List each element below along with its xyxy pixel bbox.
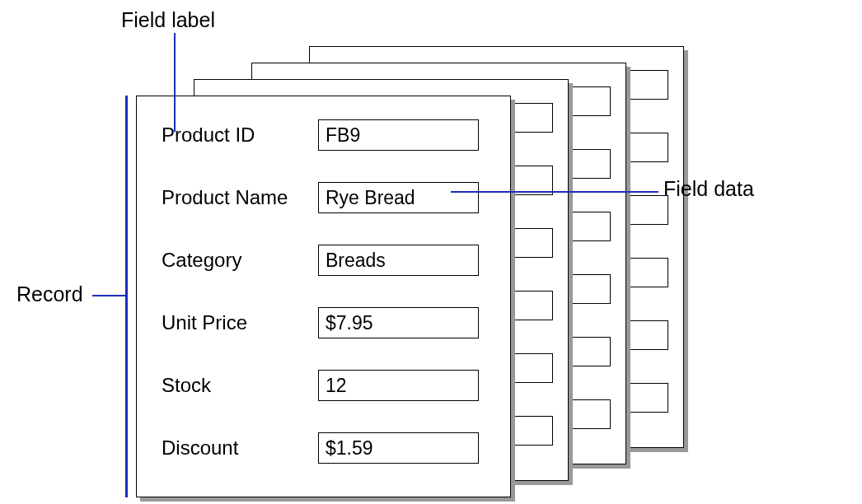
ghost-field-box xyxy=(627,383,668,413)
field-row-stock: Stock 12 xyxy=(162,370,494,401)
annotation-label-record: Record xyxy=(16,282,83,306)
ghost-field-box xyxy=(569,274,611,304)
annotation-line-record xyxy=(92,295,125,296)
annotation-bracket-record xyxy=(125,96,128,497)
ghost-field-box xyxy=(627,133,668,162)
annotation-line-field-data xyxy=(451,191,658,193)
ghost-field-box xyxy=(569,149,611,179)
field-row-unit-price: Unit Price $7.95 xyxy=(162,307,494,338)
ghost-field-box xyxy=(569,86,611,116)
ghost-field-column xyxy=(569,86,611,462)
field-row-product-id: Product ID FB9 xyxy=(162,119,494,151)
ghost-field-box xyxy=(569,399,611,429)
field-row-category: Category Breads xyxy=(162,245,494,276)
ghost-field-column xyxy=(512,103,553,478)
field-label-unit-price: Unit Price xyxy=(162,311,318,334)
annotation-label-field-data: Field data xyxy=(663,177,754,201)
ghost-field-box xyxy=(627,258,668,287)
ghost-field-box xyxy=(512,103,553,133)
record-card-front: Product ID FB9 Product Name Rye Bread Ca… xyxy=(136,96,511,497)
field-data-product-id: FB9 xyxy=(318,119,479,151)
ghost-field-column xyxy=(627,70,668,446)
ghost-field-box xyxy=(627,195,668,225)
field-row-discount: Discount $1.59 xyxy=(162,432,494,464)
field-data-product-name: Rye Bread xyxy=(318,182,479,213)
field-label-category: Category xyxy=(162,249,318,272)
field-label-stock: Stock xyxy=(162,374,318,397)
field-label-product-name: Product Name xyxy=(162,186,318,209)
annotation-line-field-label xyxy=(174,33,176,132)
ghost-field-box xyxy=(512,353,553,383)
field-label-product-id: Product ID xyxy=(162,124,318,147)
field-row-product-name: Product Name Rye Bread xyxy=(162,182,494,213)
field-data-stock: 12 xyxy=(318,370,479,401)
field-data-unit-price: $7.95 xyxy=(318,307,479,338)
ghost-field-box xyxy=(512,416,553,446)
field-label-discount: Discount xyxy=(162,436,318,460)
ghost-field-box xyxy=(627,70,668,100)
annotation-label-field-label: Field label xyxy=(121,8,215,32)
field-data-category: Breads xyxy=(318,245,479,276)
ghost-field-box xyxy=(512,228,553,258)
diagram-container: Product ID FB9 Product Name Rye Bread Ca… xyxy=(0,0,862,504)
ghost-field-box xyxy=(569,337,611,366)
ghost-field-box xyxy=(627,320,668,350)
ghost-field-box xyxy=(512,291,553,320)
ghost-field-box xyxy=(569,212,611,241)
field-data-discount: $1.59 xyxy=(318,432,479,464)
